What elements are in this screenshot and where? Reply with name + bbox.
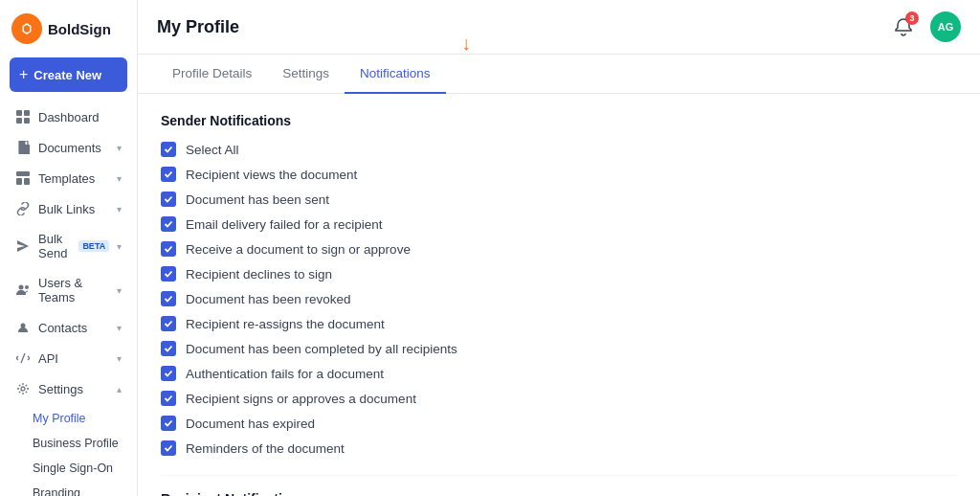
- checkbox-item[interactable]: Receive a document to sign or approve: [161, 241, 957, 257]
- documents-icon: [15, 140, 31, 155]
- sidebar-item-bulk-links[interactable]: Bulk Links ▾: [4, 193, 133, 224]
- checkbox-item[interactable]: Recipient views the document: [161, 167, 957, 182]
- notification-bell-button[interactable]: 3: [888, 11, 919, 42]
- checkbox-item[interactable]: Document has been revoked: [161, 291, 957, 306]
- page-title: My Profile: [157, 17, 239, 49]
- checkbox-select-all[interactable]: [161, 142, 176, 157]
- sidebar-item-my-profile[interactable]: My Profile: [4, 406, 133, 431]
- checkbox-doc-sent[interactable]: [161, 192, 176, 207]
- chevron-icon: ▾: [117, 204, 122, 214]
- checkbox-reassigns[interactable]: [161, 316, 176, 331]
- checkbox-completed[interactable]: [161, 341, 176, 356]
- checkbox-item[interactable]: Document has been sent: [161, 192, 957, 207]
- beta-badge: BETA: [78, 240, 109, 252]
- checkbox-label: Document has expired: [186, 417, 315, 431]
- logo-text: BoldSign: [48, 21, 111, 37]
- checkbox-auth-fails[interactable]: [161, 366, 176, 381]
- chevron-icon: ▴: [117, 384, 122, 395]
- plus-icon: +: [19, 66, 28, 83]
- checkmark-icon: [164, 443, 173, 453]
- sidebar-item-templates[interactable]: Templates ▾: [4, 163, 133, 193]
- tab-settings[interactable]: Settings: [267, 55, 345, 94]
- sidebar-item-contacts[interactable]: Contacts ▾: [4, 312, 133, 343]
- checkbox-label: Recipient views the document: [186, 168, 357, 182]
- contacts-icon: [15, 320, 31, 335]
- templates-icon: [15, 170, 31, 186]
- sidebar-item-single-sign-on[interactable]: Single Sign-On: [4, 456, 133, 481]
- checkbox-label: Receive a document to sign or approve: [186, 242, 411, 257]
- sidebar-item-settings[interactable]: Settings ▴: [4, 373, 133, 404]
- checkmark-icon: [164, 418, 173, 428]
- sidebar-item-bulk-send-label: Bulk Send: [38, 232, 67, 260]
- checkbox-item[interactable]: Select All: [161, 142, 957, 157]
- api-icon: [15, 350, 31, 366]
- tabs-bar: Profile Details Settings Notifications ↓: [138, 55, 980, 94]
- checkbox-item[interactable]: Document has been completed by all recip…: [161, 341, 957, 356]
- svg-rect-7: [16, 171, 30, 176]
- sidebar-item-api[interactable]: API ▾: [4, 343, 133, 373]
- svg-rect-3: [24, 118, 30, 124]
- sidebar-item-dashboard[interactable]: Dashboard: [4, 101, 133, 132]
- boldsign-logo-icon: [11, 13, 42, 44]
- arrow-indicator: ↓: [461, 34, 471, 53]
- checkmark-icon: [164, 145, 173, 154]
- tab-notifications[interactable]: Notifications: [345, 55, 446, 94]
- svg-point-11: [25, 285, 29, 289]
- svg-point-10: [19, 285, 24, 290]
- sidebar-item-business-profile[interactable]: Business Profile: [4, 431, 133, 456]
- checkbox-label: Reminders of the document: [186, 441, 345, 456]
- chevron-icon: ▾: [117, 143, 122, 153]
- checkbox-item[interactable]: Recipient re-assigns the document: [161, 316, 957, 331]
- checkmark-icon: [164, 319, 173, 328]
- chevron-icon: ▾: [117, 173, 122, 184]
- checkbox-receive-doc[interactable]: [161, 241, 176, 257]
- svg-rect-8: [16, 178, 22, 185]
- checkbox-item[interactable]: Email delivery failed for a recipient: [161, 216, 957, 232]
- checkbox-expired[interactable]: [161, 416, 176, 431]
- notification-count-badge: 3: [905, 11, 919, 25]
- checkbox-recipient-declines[interactable]: [161, 266, 176, 282]
- bulk-send-icon: [15, 238, 31, 254]
- checkmark-icon: [164, 269, 173, 279]
- checkbox-label: Authentication fails for a document: [186, 367, 384, 381]
- svg-rect-1: [24, 110, 30, 116]
- sidebar-item-dashboard-label: Dashboard: [38, 110, 100, 124]
- svg-rect-2: [16, 118, 22, 124]
- checkmark-icon: [164, 169, 173, 179]
- checkbox-item[interactable]: Document has expired: [161, 416, 957, 431]
- checkmark-icon: [164, 344, 173, 353]
- checkbox-item[interactable]: Authentication fails for a document: [161, 366, 957, 381]
- checkbox-label: Email delivery failed for a recipient: [186, 217, 383, 232]
- settings-icon: [15, 381, 31, 396]
- sidebar-item-settings-label: Settings: [38, 382, 83, 396]
- checkbox-item[interactable]: Recipient declines to sign: [161, 266, 957, 282]
- checkmark-icon: [164, 194, 173, 204]
- content-area: Sender Notifications Select All Recipien…: [138, 94, 980, 496]
- sidebar-item-users-teams[interactable]: Users & Teams ▾: [4, 268, 133, 312]
- sidebar-item-branding[interactable]: Branding: [4, 481, 133, 496]
- checkbox-label: Select All: [186, 143, 239, 157]
- checkbox-item[interactable]: Reminders of the document: [161, 440, 957, 456]
- checkbox-item[interactable]: Recipient signs or approves a document: [161, 391, 957, 406]
- sidebar-item-documents[interactable]: Documents ▾: [4, 132, 133, 163]
- checkmark-icon: [164, 244, 173, 254]
- checkbox-doc-revoked[interactable]: [161, 291, 176, 306]
- svg-line-13: [21, 353, 25, 363]
- create-new-button[interactable]: + Create New: [10, 57, 127, 92]
- chevron-icon: ▾: [117, 353, 122, 364]
- bulk-links-icon: [15, 201, 31, 216]
- checkmark-icon: [164, 369, 173, 378]
- checkmark-icon: [164, 219, 173, 229]
- sender-notifications-list: Select All Recipient views the document …: [161, 142, 957, 456]
- sender-notifications-title: Sender Notifications: [161, 113, 957, 128]
- checkbox-signs-approves[interactable]: [161, 391, 176, 406]
- sidebar-item-contacts-label: Contacts: [38, 321, 87, 335]
- checkbox-email-delivery-failed[interactable]: [161, 216, 176, 232]
- checkbox-reminders[interactable]: [161, 440, 176, 456]
- avatar[interactable]: AG: [930, 11, 961, 42]
- header-right: 3 AG: [888, 11, 961, 54]
- tab-profile-details[interactable]: Profile Details: [157, 55, 267, 94]
- chevron-icon: ▾: [117, 285, 122, 296]
- sidebar-item-bulk-send[interactable]: Bulk Send BETA ▾: [4, 224, 133, 268]
- checkbox-recipient-views[interactable]: [161, 167, 176, 182]
